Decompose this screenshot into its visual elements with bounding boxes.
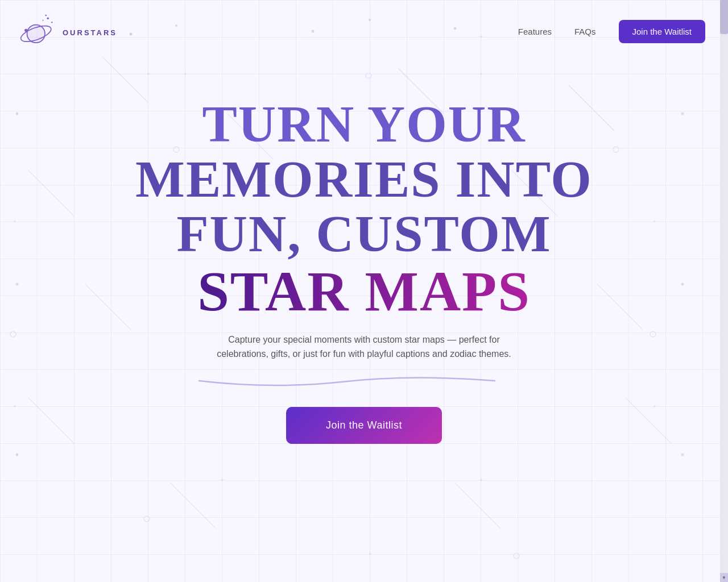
- hero-cta-button[interactable]: Join the Waitlist: [286, 407, 442, 444]
- heading-line1: Turn your: [135, 97, 593, 152]
- svg-line-10: [171, 483, 216, 529]
- scrollbar-thumb[interactable]: [720, 0, 728, 34]
- heading-line2: memories into: [135, 152, 593, 207]
- scrollbar-arrow-down[interactable]: ▼: [720, 573, 728, 582]
- svg-text:+: +: [221, 477, 224, 483]
- svg-point-43: [45, 15, 47, 16]
- svg-point-21: [16, 454, 19, 456]
- nav-links: Features FAQs Join the Waitlist: [518, 20, 705, 43]
- nav-link-faqs[interactable]: FAQs: [574, 27, 596, 36]
- heading-star-maps: Star Maps: [135, 261, 593, 321]
- heading-line3: fun, custom: [135, 206, 593, 261]
- svg-point-40: [514, 553, 519, 559]
- nav-cta-button[interactable]: Join the Waitlist: [619, 20, 705, 43]
- svg-text:+: +: [479, 477, 483, 483]
- svg-line-11: [455, 483, 500, 529]
- svg-point-48: [27, 25, 46, 43]
- svg-text:+: +: [184, 70, 187, 77]
- svg-point-42: [51, 22, 53, 23]
- svg-point-39: [144, 516, 150, 522]
- svg-text:+: +: [479, 70, 483, 77]
- logo[interactable]: OURSTARS: [17, 11, 117, 51]
- svg-text:+: +: [369, 551, 372, 557]
- svg-text:+: +: [147, 70, 150, 77]
- scrollbar-track[interactable]: ▲ ▼: [720, 0, 728, 582]
- svg-point-41: [47, 18, 49, 20]
- logo-icon: [17, 11, 57, 51]
- svg-point-22: [681, 454, 684, 456]
- hero-description: Capture your special moments with custom…: [205, 332, 523, 361]
- nav-link-features[interactable]: Features: [518, 27, 552, 36]
- hero-heading: Turn your memories into fun, custom Star…: [135, 97, 593, 321]
- svg-point-47: [24, 29, 27, 32]
- svg-line-0: [102, 57, 148, 102]
- hero-section: Turn your memories into fun, custom Star…: [0, 97, 728, 444]
- navigation: OURSTARS Features FAQs Join the Waitlist: [0, 0, 728, 63]
- brand-name: OURSTARS: [63, 28, 117, 37]
- svg-point-44: [42, 20, 43, 21]
- svg-point-35: [366, 73, 371, 78]
